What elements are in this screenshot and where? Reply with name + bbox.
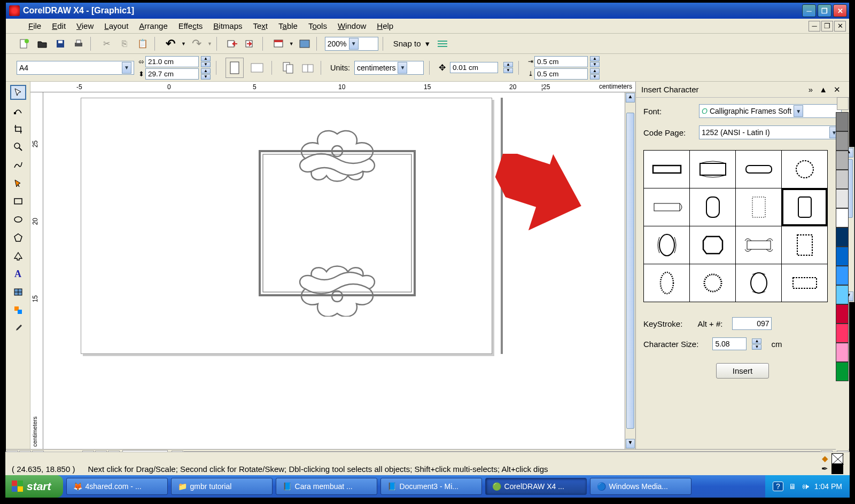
crop-tool[interactable] <box>10 121 26 136</box>
landscape-button[interactable] <box>248 58 266 78</box>
tray-help-icon[interactable]: ? <box>773 482 783 491</box>
color-swatch[interactable] <box>836 247 849 266</box>
menu-layout[interactable]: Layout <box>99 20 134 32</box>
all-pages-icon[interactable] <box>281 61 296 75</box>
menu-window[interactable]: Window <box>332 20 371 32</box>
snap-to-menu[interactable]: Snap to ▾ <box>391 39 432 49</box>
color-swatch[interactable] <box>836 362 849 381</box>
char-cell[interactable] <box>782 226 827 264</box>
portrait-button[interactable] <box>226 58 244 78</box>
color-swatch[interactable] <box>836 131 849 151</box>
menu-file[interactable]: File <box>23 20 46 32</box>
menu-effects[interactable]: Effects <box>173 20 208 32</box>
char-cell[interactable] <box>736 264 781 302</box>
minimize-button[interactable]: ─ <box>802 4 816 17</box>
basic-shapes-tool[interactable] <box>10 248 26 263</box>
char-cell[interactable] <box>690 151 735 188</box>
redo-icon[interactable]: ↷ <box>189 37 204 51</box>
menu-view[interactable]: View <box>71 20 99 32</box>
char-cell[interactable] <box>690 264 735 302</box>
export-icon[interactable] <box>243 37 258 51</box>
freehand-tool[interactable] <box>10 158 26 172</box>
color-swatch[interactable] <box>836 227 849 247</box>
vertical-ruler[interactable]: 25 20 15 centimeters <box>30 92 43 449</box>
mdi-minimize-button[interactable]: ─ <box>809 21 820 32</box>
menu-tools[interactable]: Tools <box>303 20 332 32</box>
char-cell[interactable] <box>736 151 781 188</box>
system-tray[interactable]: ? 🖥 🕪 1:04 PM <box>765 475 850 498</box>
cut-icon[interactable]: ✂ <box>99 37 114 51</box>
shape-tool[interactable] <box>10 103 26 118</box>
menu-arrange[interactable]: Arrange <box>134 20 173 32</box>
menu-edit[interactable]: Edit <box>46 20 71 32</box>
table-tool[interactable] <box>10 285 26 300</box>
collapsed-docker-tab[interactable] <box>837 97 849 110</box>
color-swatch[interactable] <box>836 189 849 208</box>
nudge-field[interactable]: 0.01 cm <box>450 62 498 73</box>
char-cell[interactable] <box>644 264 689 302</box>
taskbar-item[interactable]: 📁gmbr tutorial <box>171 478 273 495</box>
app-launcher-icon[interactable] <box>271 37 286 51</box>
pick-tool[interactable] <box>10 85 26 100</box>
color-swatch[interactable] <box>836 285 849 304</box>
options-icon[interactable] <box>435 37 450 51</box>
color-swatch[interactable] <box>836 170 849 189</box>
new-icon[interactable] <box>17 37 32 51</box>
mdi-close-button[interactable]: ✕ <box>834 21 846 32</box>
docker-close-icon[interactable]: ✕ <box>830 85 844 94</box>
docker-expand-icon[interactable]: » <box>805 85 816 94</box>
charsize-field[interactable]: 5.08 <box>712 337 747 350</box>
close-button[interactable]: ✕ <box>833 4 847 17</box>
color-swatch[interactable] <box>836 151 849 170</box>
page-height-field[interactable]: 29.7 cm <box>145 68 199 80</box>
import-icon[interactable] <box>225 37 240 51</box>
color-swatch[interactable] <box>836 266 849 285</box>
zoom-tool[interactable] <box>10 139 26 154</box>
taskbar-item[interactable]: 📘Document3 - Mi... <box>380 478 482 495</box>
color-swatch[interactable] <box>836 208 849 227</box>
char-cell[interactable] <box>690 226 735 264</box>
zoom-combo[interactable]: 200%▼ <box>325 37 378 51</box>
drawing-canvas[interactable] <box>43 92 625 449</box>
fill-swatch[interactable] <box>831 453 843 464</box>
taskbar-item[interactable]: 🟢CorelDRAW X4 ... <box>485 478 587 495</box>
taskbar-item[interactable]: 🔵Windows Media... <box>590 478 691 495</box>
ellipse-tool[interactable] <box>10 212 26 227</box>
text-tool[interactable]: A <box>10 266 26 281</box>
start-button[interactable]: start <box>5 475 63 498</box>
insert-button[interactable]: Insert <box>716 363 770 379</box>
color-swatch[interactable] <box>836 324 849 343</box>
rectangle-tool[interactable] <box>10 194 26 209</box>
outline-swatch[interactable] <box>831 463 843 474</box>
units-combo[interactable]: centimeters▼ <box>354 61 424 75</box>
taskbar-item[interactable]: 📘Cara membuat ... <box>276 478 377 495</box>
codepage-combo[interactable]: 1252 (ANSI - Latin I)▼ <box>699 125 842 139</box>
char-cell[interactable] <box>782 151 827 188</box>
eyedropper-tool[interactable] <box>10 321 26 336</box>
welcome-icon[interactable] <box>297 37 312 51</box>
copy-icon[interactable]: ⎘ <box>117 37 132 51</box>
taskbar-item[interactable]: 🦊4shared.com - ... <box>66 478 168 495</box>
smart-fill-tool[interactable] <box>10 176 26 191</box>
duplicate-x-field[interactable]: 0.5 cm <box>534 56 588 67</box>
menu-help[interactable]: Help <box>371 20 399 32</box>
paper-size-combo[interactable]: A4▼ <box>17 61 134 75</box>
font-combo[interactable]: OCalligraphic Frames Soft▼ <box>699 104 842 118</box>
menu-text[interactable]: Text <box>248 20 274 32</box>
horizontal-ruler[interactable]: -5 0 5 10 15 20 ¦25 centimeters <box>30 82 635 92</box>
menu-table[interactable]: Table <box>273 20 303 32</box>
char-cell[interactable] <box>690 188 735 226</box>
char-cell[interactable] <box>736 188 781 226</box>
docker-collapse-icon[interactable]: ▲ <box>816 85 830 94</box>
maximize-button[interactable]: ❐ <box>818 4 831 17</box>
paste-icon[interactable]: 📋 <box>135 37 150 51</box>
char-cell[interactable] <box>736 226 781 264</box>
duplicate-y-field[interactable]: 0.5 cm <box>534 68 588 80</box>
char-cell-selected[interactable] <box>782 188 827 226</box>
char-cell[interactable] <box>644 151 689 188</box>
color-swatch[interactable] <box>836 343 849 362</box>
char-cell[interactable] <box>782 264 827 302</box>
menu-bitmaps[interactable]: Bitmaps <box>208 20 247 32</box>
tray-volume-icon[interactable]: 🕪 <box>802 482 809 491</box>
page-width-field[interactable]: 21.0 cm <box>145 56 199 67</box>
